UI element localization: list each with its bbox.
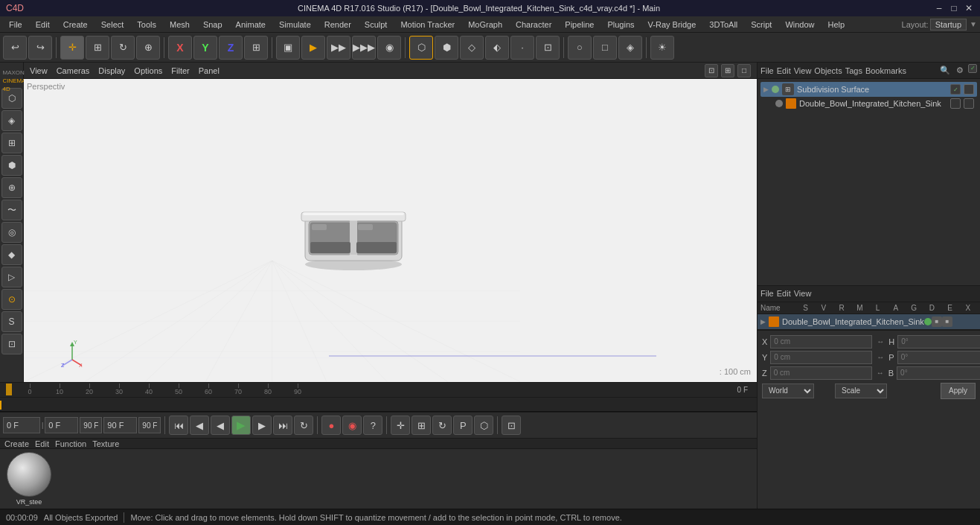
menu-3dtoall[interactable]: 3DToAll bbox=[703, 19, 743, 31]
point-mode-button[interactable]: · bbox=[510, 36, 534, 60]
material-btn[interactable]: S bbox=[1, 311, 22, 332]
attr-v-icon[interactable]: ■ bbox=[932, 316, 942, 327]
preview-start-input[interactable] bbox=[45, 417, 78, 433]
obj-file-menu[interactable]: File bbox=[760, 66, 774, 75]
menu-snap[interactable]: Snap bbox=[197, 19, 228, 31]
obj-tags-menu[interactable]: Tags bbox=[845, 66, 862, 75]
attr-r-icon[interactable]: ■ bbox=[942, 316, 952, 327]
menu-file[interactable]: File bbox=[3, 19, 28, 31]
coord-p-rot[interactable] bbox=[897, 351, 980, 364]
material-edit-menu[interactable]: Edit bbox=[35, 439, 49, 448]
preview-end-input[interactable] bbox=[103, 417, 137, 433]
menu-edit[interactable]: Edit bbox=[30, 19, 56, 31]
obj-search-btn[interactable]: 🔍 bbox=[938, 64, 952, 77]
viewport-shading-btn[interactable]: ◈ bbox=[1, 110, 22, 131]
redo-button[interactable]: ↪ bbox=[28, 36, 52, 60]
attr-row-sink[interactable]: ▶ Double_Bowl_Integrated_Kitchen_Sink ■ … bbox=[758, 314, 980, 330]
render-settings-button[interactable]: ▶▶▶ bbox=[352, 36, 376, 60]
play-btn[interactable]: ▶ bbox=[231, 416, 251, 435]
menu-window[interactable]: Window bbox=[779, 19, 820, 31]
obj-double-bowl-sink[interactable]: Double_Bowl_Integrated_Kitchen_Sink bbox=[760, 97, 977, 110]
timeline-settings-btn[interactable]: ⊡ bbox=[502, 416, 521, 435]
vp-fullscreen-btn[interactable]: □ bbox=[737, 64, 751, 77]
attr-file-menu[interactable]: File bbox=[760, 289, 774, 298]
menu-select[interactable]: Select bbox=[95, 19, 130, 31]
menu-create[interactable]: Create bbox=[57, 19, 94, 31]
render-to-picture-button[interactable]: ▶▶ bbox=[327, 36, 350, 60]
vp-display-menu[interactable]: Display bbox=[98, 66, 125, 75]
autokey-btn[interactable]: ◉ bbox=[342, 416, 362, 435]
current-frame-input[interactable] bbox=[3, 417, 40, 433]
menu-motiontrackerr[interactable]: Motion Tracker bbox=[394, 19, 461, 31]
vp-options-menu[interactable]: Options bbox=[134, 66, 162, 75]
obj-edit-menu[interactable]: Edit bbox=[777, 66, 791, 75]
undo-button[interactable]: ↩ bbox=[3, 36, 27, 60]
go-to-start-btn[interactable]: ⏮ bbox=[169, 416, 188, 435]
maximize-button[interactable]: □ bbox=[949, 3, 959, 13]
camera-btn[interactable]: ▷ bbox=[1, 267, 22, 287]
coord-world-dropdown[interactable]: World Object bbox=[762, 384, 814, 398]
menu-script[interactable]: Script bbox=[745, 19, 778, 31]
obj-objects-menu[interactable]: Objects bbox=[814, 66, 842, 75]
axis-x-button[interactable]: X bbox=[168, 36, 192, 60]
vp-panel-menu[interactable]: Panel bbox=[199, 66, 220, 75]
menu-mograph[interactable]: MoGraph bbox=[462, 19, 508, 31]
timeline-track[interactable] bbox=[0, 398, 757, 413]
obj-check-1[interactable]: ✓ bbox=[950, 84, 961, 95]
obj-tag-2[interactable] bbox=[950, 98, 961, 109]
minimize-button[interactable]: – bbox=[934, 3, 944, 13]
obj-settings-btn[interactable]: ⚙ bbox=[953, 64, 967, 77]
menu-tools[interactable]: Tools bbox=[131, 19, 162, 31]
select-tools-button[interactable]: ◈ bbox=[618, 36, 642, 60]
motion-clip-btn[interactable]: ? bbox=[363, 416, 382, 435]
rotate-tool-button[interactable]: ↻ bbox=[111, 36, 135, 60]
tag-btn[interactable]: ⊡ bbox=[1, 334, 22, 354]
viewport-wireframe-btn[interactable]: ⊞ bbox=[1, 133, 22, 153]
move-tool-button[interactable]: ✛ bbox=[60, 36, 84, 60]
rotate-frame-btn[interactable]: ↻ bbox=[432, 416, 452, 435]
layout-dropdown-icon[interactable]: ▼ bbox=[970, 20, 977, 28]
scale-frame-btn[interactable]: ⊞ bbox=[411, 416, 431, 435]
spline-tool-btn[interactable]: 〜 bbox=[1, 200, 22, 220]
material-create-menu[interactable]: Create bbox=[4, 439, 29, 448]
obj-tag-3[interactable] bbox=[964, 98, 974, 109]
attr-edit-menu[interactable]: Edit bbox=[777, 289, 791, 298]
menu-pipeline[interactable]: Pipeline bbox=[559, 19, 600, 31]
loop-btn[interactable]: ↻ bbox=[294, 416, 313, 435]
menu-animate[interactable]: Animate bbox=[230, 19, 272, 31]
vp-filter-menu[interactable]: Filter bbox=[171, 66, 189, 75]
axis-y-button[interactable]: Y bbox=[193, 36, 217, 60]
coord-z-pos[interactable] bbox=[770, 366, 872, 380]
play-reverse-btn[interactable]: ◀ bbox=[211, 416, 230, 435]
vp-maximize-btn[interactable]: ⊡ bbox=[705, 64, 718, 77]
coord-x-pos[interactable] bbox=[770, 335, 872, 349]
axis-z-button[interactable]: Z bbox=[219, 36, 243, 60]
live-selection-button[interactable]: ○ bbox=[568, 36, 592, 60]
menu-plugins[interactable]: Plugins bbox=[601, 19, 640, 31]
menu-mesh[interactable]: Mesh bbox=[164, 19, 196, 31]
polygon-mode-button[interactable]: ◇ bbox=[460, 36, 484, 60]
menu-render[interactable]: Render bbox=[318, 19, 357, 31]
material-function-menu[interactable]: Function bbox=[55, 439, 86, 448]
coord-y-pos[interactable] bbox=[770, 351, 872, 364]
obj-bookmarks-menu[interactable]: Bookmarks bbox=[865, 66, 906, 75]
render-active-view-button[interactable]: ▶ bbox=[301, 36, 325, 60]
render-region-button[interactable]: ▣ bbox=[276, 36, 300, 60]
vp-view-menu[interactable]: View bbox=[30, 66, 48, 75]
apply-button[interactable]: Apply bbox=[941, 383, 976, 399]
vp-cameras-menu[interactable]: Cameras bbox=[57, 66, 90, 75]
deformer-btn[interactable]: ◎ bbox=[1, 222, 22, 243]
rect-selection-button[interactable]: □ bbox=[593, 36, 617, 60]
layout-preset[interactable]: Startup bbox=[930, 19, 967, 31]
texture-mode-button[interactable]: ⬢ bbox=[435, 36, 458, 60]
go-to-end-btn[interactable]: ⏭ bbox=[273, 416, 292, 435]
light-button[interactable]: ☀ bbox=[650, 36, 674, 60]
transform-tool-button[interactable]: ⊕ bbox=[136, 36, 160, 60]
move-frame-btn[interactable]: ✛ bbox=[391, 416, 410, 435]
next-frame-btn[interactable]: ▶ bbox=[252, 416, 272, 435]
snap-btn[interactable]: ⊙ bbox=[1, 289, 22, 310]
material-slot-1[interactable]: VR_stee bbox=[3, 452, 55, 506]
close-button[interactable]: ✕ bbox=[964, 3, 974, 13]
coord-scale-dropdown[interactable]: Scale Size bbox=[835, 384, 887, 398]
coord-system-button[interactable]: ⊞ bbox=[244, 36, 268, 60]
